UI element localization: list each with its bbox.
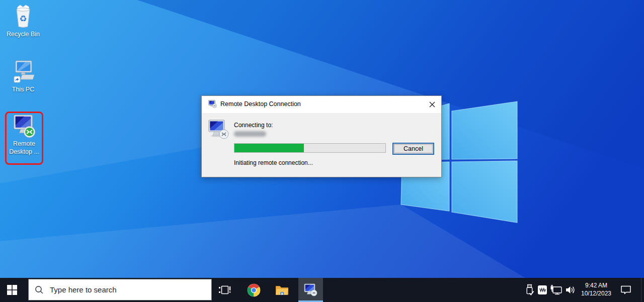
w-app-icon (538, 285, 547, 294)
task-view-button[interactable] (213, 278, 236, 302)
rdp-connecting-dialog: Remote Desktop Connection Connecting to:… (201, 95, 442, 177)
windows-desktop: ♻ Recycle Bin This PC (0, 0, 644, 302)
icon-label: Recycle Bin (4, 30, 43, 38)
dialog-titlebar[interactable]: Remote Desktop Connection (202, 96, 441, 114)
dialog-title: Remote Desktop Connection (220, 96, 301, 113)
taskbar-search[interactable] (28, 279, 212, 300)
clock-date: 10/12/2023 (581, 290, 611, 298)
usb-safely-remove-button[interactable] (523, 278, 535, 302)
file-explorer-icon (275, 284, 289, 296)
action-center-button[interactable] (617, 278, 635, 302)
taskbar: 9:42 AM 10/12/2023 (0, 278, 644, 302)
rdp-title-icon (208, 100, 217, 110)
show-desktop-button[interactable] (641, 278, 644, 302)
volume-icon (565, 284, 577, 296)
network-tray-button[interactable] (549, 278, 563, 302)
connection-progress-bar (234, 143, 386, 153)
action-center-icon (620, 284, 632, 296)
cancel-button[interactable]: Cancel (392, 143, 434, 155)
file-explorer-button[interactable] (270, 278, 294, 302)
recycle-bin-icon: ♻ (4, 4, 43, 29)
windows-logo-icon (7, 285, 17, 295)
desktop-icon-remote-desktop[interactable]: Remote Desktop ... (7, 115, 42, 156)
ethernet-network-icon (550, 284, 563, 295)
task-view-icon (218, 284, 231, 295)
clock-time: 9:42 AM (585, 282, 607, 290)
icon-label-line1: Remote (7, 140, 42, 148)
volume-tray-button[interactable] (564, 278, 577, 302)
chrome-icon (247, 283, 261, 297)
connection-target-redacted (234, 131, 266, 137)
w-app-tray-button[interactable] (536, 278, 548, 302)
remote-desktop-icon (304, 283, 318, 296)
taskbar-clock[interactable]: 9:42 AM 10/12/2023 (579, 278, 614, 302)
icon-label: This PC (4, 85, 43, 93)
remote-desktop-icon (7, 115, 42, 139)
usb-icon (524, 284, 535, 296)
desktop-icon-recycle-bin[interactable]: ♻ Recycle Bin (4, 4, 43, 38)
selection-highlight: Remote Desktop ... (5, 112, 43, 165)
connecting-to-label: Connecting to: (234, 122, 273, 129)
remote-computer-icon (208, 120, 229, 142)
search-input[interactable] (49, 279, 211, 300)
progress-fill (234, 144, 304, 152)
remote-desktop-taskbar-button[interactable] (298, 278, 323, 302)
search-icon (35, 285, 44, 294)
connection-status-text: Initiating remote connection... (234, 159, 313, 166)
icon-label-line2: Desktop ... (7, 148, 42, 156)
close-icon[interactable] (426, 99, 438, 110)
svg-text:♻: ♻ (19, 14, 27, 24)
desktop-icon-this-pc[interactable]: This PC (4, 59, 43, 93)
start-button[interactable] (0, 278, 24, 302)
this-pc-icon (4, 59, 43, 84)
chrome-button[interactable] (242, 278, 266, 302)
